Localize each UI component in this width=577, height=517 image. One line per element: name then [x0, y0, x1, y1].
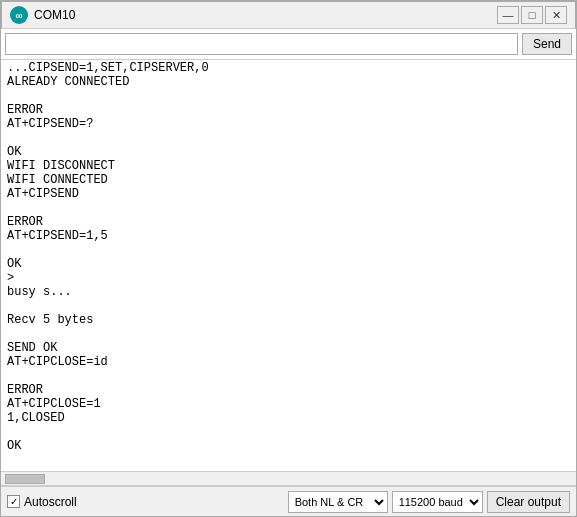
- input-row: Send: [1, 29, 576, 60]
- serial-output[interactable]: ...CIPSEND=1,SET,CIPSERVER,0 ALREADY CON…: [1, 60, 576, 472]
- bottom-right: Both NL & CR No line ending Newline Carr…: [288, 491, 570, 513]
- arduino-logo-icon: ∞: [10, 6, 28, 24]
- window-title: COM10: [34, 8, 75, 22]
- maximize-button[interactable]: □: [521, 6, 543, 24]
- bottom-left: ✓ Autoscroll: [7, 495, 77, 509]
- autoscroll-text: Autoscroll: [24, 495, 77, 509]
- autoscroll-checkbox[interactable]: ✓: [7, 495, 20, 508]
- clear-output-button[interactable]: Clear output: [487, 491, 570, 513]
- serial-input[interactable]: [5, 33, 518, 55]
- close-button[interactable]: ✕: [545, 6, 567, 24]
- hscroll-thumb[interactable]: [5, 474, 45, 484]
- send-button[interactable]: Send: [522, 33, 572, 55]
- serial-monitor-window: ∞ COM10 — □ ✕ Send ...CIPSEND=1,SET,CIPS…: [0, 0, 577, 517]
- line-ending-select[interactable]: Both NL & CR No line ending Newline Carr…: [288, 491, 388, 513]
- baud-rate-select[interactable]: 115200 baud 300 baud 1200 baud 2400 baud…: [392, 491, 483, 513]
- bottom-bar: ✓ Autoscroll Both NL & CR No line ending…: [1, 486, 576, 516]
- window-controls: — □ ✕: [497, 6, 567, 24]
- title-bar: ∞ COM10 — □ ✕: [1, 1, 576, 29]
- autoscroll-label[interactable]: ✓ Autoscroll: [7, 495, 77, 509]
- minimize-button[interactable]: —: [497, 6, 519, 24]
- output-text: ...CIPSEND=1,SET,CIPSERVER,0 ALREADY CON…: [7, 61, 209, 453]
- horizontal-scrollbar[interactable]: [1, 472, 576, 486]
- title-bar-left: ∞ COM10: [10, 6, 75, 24]
